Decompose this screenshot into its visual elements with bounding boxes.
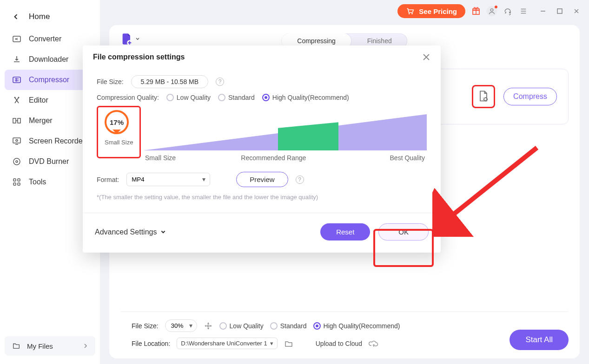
slider-recommended-range <box>278 114 338 150</box>
compress-button[interactable]: Compress <box>503 88 557 105</box>
notification-dot <box>495 6 497 8</box>
footer-fileloc-select[interactable]: D:\Wondershare UniConverter 1 ▾ <box>177 338 277 349</box>
footer-quality-high[interactable]: High Quality(Recommend) <box>313 322 400 330</box>
modal-quality-standard[interactable]: Standard <box>218 94 255 101</box>
svg-point-14 <box>409 13 410 14</box>
compression-slider[interactable]: Small Size Recommended Range Best Qualit… <box>92 110 431 161</box>
add-file-button[interactable] <box>120 32 140 46</box>
document-gear-icon <box>477 90 490 103</box>
sidebar-home-label: Home <box>29 12 50 21</box>
file-settings-button[interactable] <box>472 85 495 108</box>
sidebar-item-screen-recorder[interactable]: Screen Recorder <box>5 131 95 151</box>
myfiles-label: My Files <box>27 342 53 350</box>
modal-format-label: Format: <box>97 176 119 183</box>
menu-icon[interactable] <box>518 6 529 16</box>
footer-bar: File Size: 30% ▾ Low Quality Standard Hi… <box>120 312 569 351</box>
titlebar: See Pricing <box>100 0 589 22</box>
auto-icon[interactable] <box>204 321 213 331</box>
svg-rect-1 <box>13 77 20 83</box>
window-minimize[interactable] <box>538 6 548 16</box>
sidebar-item-label: Screen Recorder <box>29 137 85 145</box>
see-pricing-button[interactable]: See Pricing <box>397 4 465 18</box>
footer-upload-label: Upload to Cloud <box>316 340 362 347</box>
preview-button[interactable]: Preview <box>236 172 288 187</box>
svg-point-2 <box>14 97 16 98</box>
download-icon <box>12 55 21 64</box>
svg-point-17 <box>490 9 493 12</box>
merger-icon <box>12 116 21 125</box>
window-maximize[interactable] <box>555 6 565 16</box>
cart-icon <box>406 7 414 15</box>
slider-label-right: Best Quality <box>390 154 425 162</box>
svg-rect-6 <box>13 138 20 143</box>
modal-format-select[interactable]: MP4 <box>126 173 210 186</box>
help-icon[interactable]: ? <box>216 78 224 86</box>
start-all-button[interactable]: Start All <box>510 330 569 350</box>
modal-title: File compression settings <box>93 53 185 61</box>
compressor-icon <box>12 75 21 84</box>
sidebar-item-label: DVD Burner <box>29 157 69 166</box>
sidebar-item-label: Converter <box>29 35 61 43</box>
sidebar-home[interactable]: Home <box>0 6 100 29</box>
modal-hint: *(The smaller the setting value, the sma… <box>97 194 427 201</box>
sidebar-item-label: Downloader <box>29 55 68 64</box>
footer-quality-standard[interactable]: Standard <box>270 322 307 330</box>
modal-quality-high[interactable]: High Quality(Recommend) <box>262 94 349 101</box>
svg-rect-10 <box>13 179 16 181</box>
sidebar-item-compressor[interactable]: Compressor <box>5 70 95 90</box>
window-close[interactable] <box>571 6 582 16</box>
svg-rect-18 <box>557 9 562 13</box>
sidebar-item-label: Compressor <box>29 76 69 84</box>
sidebar-item-label: Merger <box>29 117 53 125</box>
sidebar-item-tools[interactable]: Tools <box>5 172 95 192</box>
see-pricing-label: See Pricing <box>419 7 457 15</box>
gift-icon[interactable] <box>471 6 481 16</box>
sidebar-item-editor[interactable]: Editor <box>5 90 95 110</box>
headset-icon[interactable] <box>503 6 513 16</box>
modal-quality-label: Compression Quality: <box>97 94 159 101</box>
ok-button[interactable]: OK <box>378 223 429 240</box>
slider-handle[interactable]: 17% <box>105 110 129 134</box>
modal-close-button[interactable] <box>422 53 430 61</box>
converter-icon <box>12 34 21 44</box>
svg-rect-13 <box>18 183 20 185</box>
screen-recorder-icon <box>12 136 21 146</box>
advanced-settings-toggle[interactable]: Advanced Settings <box>95 228 166 236</box>
svg-rect-11 <box>18 179 20 181</box>
sidebar-item-label: Editor <box>29 96 48 104</box>
sidebar-item-dvd-burner[interactable]: DVD Burner <box>5 151 95 172</box>
chevron-left-icon <box>13 14 19 20</box>
add-file-icon <box>120 32 133 46</box>
help-icon[interactable]: ? <box>296 176 304 184</box>
svg-rect-4 <box>13 118 16 123</box>
tools-icon <box>12 177 21 187</box>
sidebar-item-label: Tools <box>29 178 46 186</box>
chevron-right-icon <box>83 344 88 348</box>
cloud-upload-icon[interactable] <box>369 339 379 348</box>
reset-button[interactable]: Reset <box>320 223 370 240</box>
svg-rect-12 <box>13 183 16 185</box>
svg-point-8 <box>13 158 20 165</box>
modal-quality-low[interactable]: Low Quality <box>166 94 211 101</box>
compression-settings-modal: File compression settings File Size: 5.2… <box>83 46 441 253</box>
svg-rect-5 <box>18 118 20 123</box>
svg-point-3 <box>18 97 20 98</box>
dvd-icon <box>12 157 21 166</box>
user-icon[interactable] <box>487 6 497 16</box>
chevron-down-icon <box>160 229 166 235</box>
slider-label-mid: Recommended Range <box>241 154 306 162</box>
sidebar-myfiles[interactable]: My Files <box>5 336 95 356</box>
annotation-highlight-pin: 17% Small Size <box>97 106 141 158</box>
sidebar-item-converter[interactable]: Converter <box>5 29 95 49</box>
svg-point-7 <box>16 140 18 142</box>
slider-label-left: Small Size <box>145 154 176 162</box>
sidebar-item-merger[interactable]: Merger <box>5 110 95 131</box>
sidebar-item-downloader[interactable]: Downloader <box>5 49 95 70</box>
close-icon <box>422 53 430 61</box>
footer-fileloc-label: File Location: <box>132 340 170 347</box>
editor-icon <box>12 96 21 105</box>
footer-quality-low[interactable]: Low Quality <box>219 322 264 330</box>
footer-filesize-select[interactable]: 30% <box>165 319 197 332</box>
modal-filesize-value[interactable]: 5.29 MB - 10.58 MB <box>131 75 209 88</box>
open-folder-icon[interactable] <box>284 339 293 348</box>
